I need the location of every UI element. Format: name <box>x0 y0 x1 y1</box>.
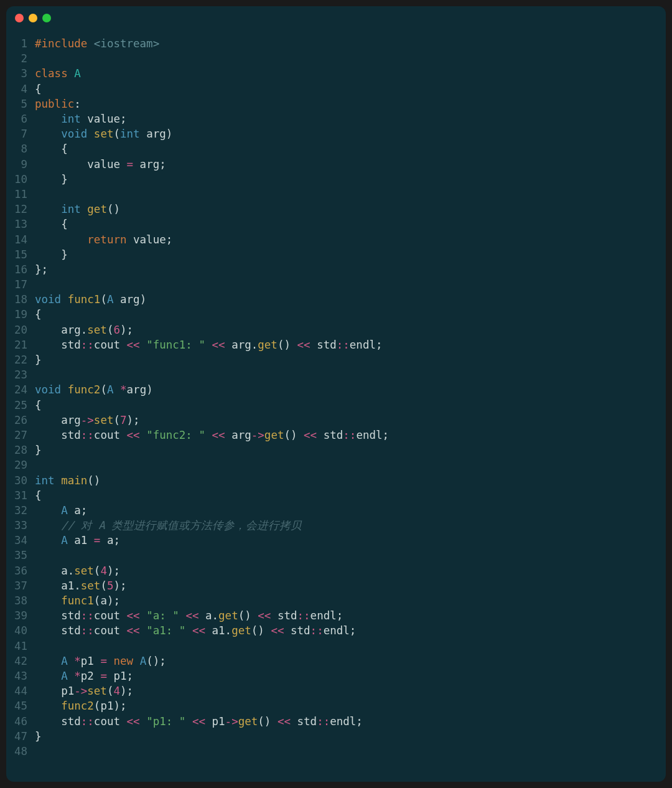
code-line[interactable]: 34 A a1 = a; <box>6 533 666 548</box>
code-line[interactable]: 35 <box>6 548 666 563</box>
code-line[interactable]: 29 <box>6 457 666 472</box>
code-line[interactable]: 44 p1->set(4); <box>6 683 666 698</box>
code-content[interactable]: { <box>35 83 666 95</box>
code-content[interactable]: A a; <box>35 504 666 517</box>
code-content[interactable]: } <box>35 730 666 743</box>
code-line[interactable]: 41 <box>6 639 666 654</box>
code-content[interactable]: } <box>35 354 666 366</box>
code-content[interactable]: { <box>35 218 666 230</box>
code-content[interactable]: arg.set(6); <box>35 324 666 336</box>
code-line[interactable]: 23 <box>6 367 666 382</box>
line-number: 16 <box>6 263 35 276</box>
code-line[interactable]: 25{ <box>6 398 666 413</box>
code-line[interactable]: 8 { <box>6 141 666 156</box>
line-number: 41 <box>6 640 35 652</box>
code-line[interactable]: 40 std::cout << "a1: " << a1.get() << st… <box>6 623 666 638</box>
close-icon[interactable] <box>15 14 24 22</box>
code-content[interactable]: value = arg; <box>35 158 666 171</box>
line-number: 13 <box>6 218 35 230</box>
code-line[interactable]: 1#include <iostream> <box>6 36 666 51</box>
code-line[interactable]: 5public: <box>6 96 666 111</box>
code-content[interactable]: func1(a); <box>35 594 666 607</box>
code-content[interactable]: A *p2 = p1; <box>35 670 666 682</box>
code-content[interactable]: #include <iostream> <box>35 37 666 50</box>
code-line[interactable]: 18void func1(A arg) <box>6 292 666 307</box>
code-line[interactable]: 27 std::cout << "func2: " << arg->get() … <box>6 428 666 443</box>
code-line[interactable]: 19{ <box>6 307 666 322</box>
code-line[interactable]: 9 value = arg; <box>6 157 666 172</box>
code-content[interactable]: public: <box>35 98 666 110</box>
code-line[interactable]: 7 void set(int arg) <box>6 126 666 141</box>
code-line[interactable]: 42 A *p1 = new A(); <box>6 654 666 668</box>
line-number: 34 <box>6 534 35 546</box>
code-content[interactable]: std::cout << "a: " << a.get() << std::en… <box>35 609 666 622</box>
code-content[interactable]: int get() <box>35 203 666 215</box>
code-content[interactable]: std::cout << "a1: " << a1.get() << std::… <box>35 624 666 637</box>
code-line[interactable]: 47} <box>6 729 666 744</box>
code-content[interactable]: { <box>35 489 666 502</box>
code-content[interactable]: // 对 A 类型进行赋值或方法传参，会进行拷贝 <box>35 518 666 533</box>
code-line[interactable]: 20 arg.set(6); <box>6 322 666 337</box>
code-line[interactable]: 32 A a; <box>6 503 666 518</box>
code-line[interactable]: 31{ <box>6 488 666 503</box>
code-content[interactable]: }; <box>35 263 666 276</box>
code-line[interactable]: 15 } <box>6 247 666 262</box>
code-content[interactable]: class A <box>35 67 666 80</box>
code-line[interactable]: 11 <box>6 187 666 202</box>
code-line[interactable]: 4{ <box>6 82 666 96</box>
code-line[interactable]: 26 arg->set(7); <box>6 413 666 428</box>
code-editor[interactable]: 1#include <iostream>23class A4{5public:6… <box>6 30 666 759</box>
code-content[interactable]: } <box>35 444 666 456</box>
code-content[interactable]: { <box>35 308 666 321</box>
line-number: 17 <box>6 278 35 291</box>
code-line[interactable]: 36 a.set(4); <box>6 563 666 578</box>
line-number: 45 <box>6 700 35 712</box>
code-line[interactable]: 45 func2(p1); <box>6 698 666 713</box>
code-line[interactable]: 30int main() <box>6 472 666 487</box>
code-line[interactable]: 22} <box>6 352 666 367</box>
code-line[interactable]: 12 int get() <box>6 202 666 217</box>
line-number: 10 <box>6 173 35 185</box>
code-line[interactable]: 2 <box>6 51 666 66</box>
code-content[interactable]: void func2(A *arg) <box>35 383 666 396</box>
code-content[interactable]: std::cout << "func1: " << arg.get() << s… <box>35 339 666 351</box>
code-content[interactable]: return value; <box>35 233 666 246</box>
code-content[interactable]: { <box>35 399 666 411</box>
code-line[interactable]: 39 std::cout << "a: " << a.get() << std:… <box>6 608 666 623</box>
code-content[interactable]: arg->set(7); <box>35 414 666 426</box>
code-content[interactable]: std::cout << "func2: " << arg->get() << … <box>35 429 666 441</box>
code-line[interactable]: 46 std::cout << "p1: " << p1->get() << s… <box>6 713 666 728</box>
code-line[interactable]: 38 func1(a); <box>6 593 666 608</box>
code-line[interactable]: 6 int value; <box>6 111 666 126</box>
code-content[interactable]: A a1 = a; <box>35 534 666 546</box>
code-line[interactable]: 28} <box>6 443 666 457</box>
code-content[interactable]: void func1(A arg) <box>35 293 666 306</box>
code-line[interactable]: 10 } <box>6 172 666 187</box>
code-content[interactable]: { <box>35 143 666 155</box>
code-content[interactable]: } <box>35 248 666 261</box>
code-content[interactable]: func2(p1); <box>35 700 666 712</box>
code-line[interactable]: 17 <box>6 277 666 292</box>
code-content[interactable]: p1->set(4); <box>35 685 666 697</box>
code-line[interactable]: 13 { <box>6 217 666 232</box>
code-content[interactable]: a.set(4); <box>35 565 666 577</box>
code-line[interactable]: 16}; <box>6 262 666 277</box>
zoom-icon[interactable] <box>42 14 51 22</box>
code-line[interactable]: 3class A <box>6 66 666 81</box>
code-line[interactable]: 21 std::cout << "func1: " << arg.get() <… <box>6 337 666 352</box>
code-content[interactable]: A *p1 = new A(); <box>35 655 666 667</box>
code-line[interactable]: 37 a1.set(5); <box>6 578 666 593</box>
code-line[interactable]: 43 A *p2 = p1; <box>6 668 666 683</box>
code-line[interactable]: 24void func2(A *arg) <box>6 382 666 397</box>
code-content[interactable]: void set(int arg) <box>35 128 666 140</box>
code-content[interactable]: int value; <box>35 113 666 125</box>
code-content[interactable]: std::cout << "p1: " << p1->get() << std:… <box>35 715 666 728</box>
code-line[interactable]: 33 // 对 A 类型进行赋值或方法传参，会进行拷贝 <box>6 518 666 533</box>
code-line[interactable]: 48 <box>6 744 666 759</box>
code-content[interactable]: int main() <box>35 474 666 487</box>
code-content[interactable]: a1.set(5); <box>35 579 666 592</box>
minimize-icon[interactable] <box>29 14 37 22</box>
code-line[interactable]: 14 return value; <box>6 232 666 246</box>
code-content[interactable]: } <box>35 173 666 185</box>
line-number: 3 <box>6 67 35 80</box>
